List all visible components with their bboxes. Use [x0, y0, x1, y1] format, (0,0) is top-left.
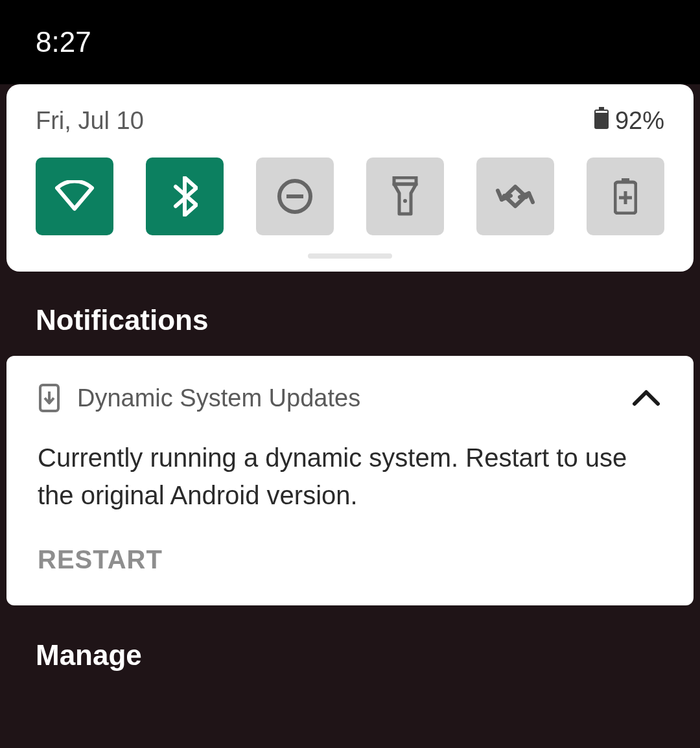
notification-body: Currently running a dynamic system. Rest… — [38, 439, 662, 514]
qs-battery: 92% — [594, 107, 664, 135]
svg-rect-0 — [599, 107, 604, 110]
battery-icon — [594, 107, 609, 135]
tile-bluetooth[interactable] — [146, 158, 224, 235]
qs-drag-handle[interactable] — [308, 253, 392, 259]
flashlight-icon — [391, 176, 419, 216]
qs-date: Fri, Jul 10 — [36, 107, 144, 135]
qs-header: Fri, Jul 10 92% — [36, 107, 664, 135]
do-not-disturb-icon — [276, 178, 314, 215]
collapse-button[interactable] — [630, 382, 662, 414]
svg-rect-2 — [596, 111, 607, 113]
notification-card[interactable]: Dynamic System Updates Currently running… — [6, 356, 694, 605]
tile-battery-saver[interactable] — [587, 158, 664, 235]
notifications-section-label: Notifications — [0, 272, 700, 356]
notification-app-name: Dynamic System Updates — [77, 384, 614, 412]
quick-settings-panel: Fri, Jul 10 92% — [6, 84, 694, 272]
battery-saver-icon — [614, 178, 637, 215]
notification-header: Dynamic System Updates — [38, 382, 662, 414]
bluetooth-icon — [172, 176, 198, 216]
status-time: 8:27 — [36, 26, 91, 58]
tile-flashlight[interactable] — [366, 158, 444, 235]
system-update-icon — [38, 384, 61, 412]
svg-point-6 — [403, 199, 407, 203]
tile-do-not-disturb[interactable] — [256, 158, 334, 235]
chevron-up-icon — [632, 390, 660, 406]
status-bar: 8:27 — [0, 0, 700, 84]
restart-button[interactable]: RESTART — [38, 545, 163, 574]
tile-auto-rotate[interactable] — [476, 158, 554, 235]
wifi-icon — [54, 180, 95, 213]
auto-rotate-icon — [495, 180, 535, 213]
battery-percent: 92% — [615, 107, 664, 135]
qs-tiles-row — [36, 158, 664, 235]
tile-wifi[interactable] — [36, 158, 113, 235]
manage-button[interactable]: Manage — [0, 605, 700, 672]
